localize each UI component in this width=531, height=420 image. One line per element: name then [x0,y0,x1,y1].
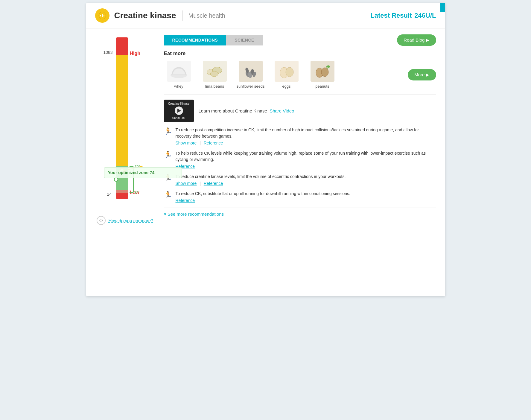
video-desc-text: Learn more about Creatine Kinase [199,108,267,113]
page-container: Creatine kinase Muscle health Latest Res… [86,3,445,296]
svg-point-28 [321,68,328,77]
latest-result: Latest Result 246U/L [370,12,436,19]
food-label-lima: lima beans [205,84,224,89]
tab-recommendations[interactable]: RECOMMENDATIONS [164,35,226,45]
video-title: Creatine Kinase [168,102,189,105]
food-img-lima [203,61,227,82]
rec-reference-4[interactable]: Reference [176,198,195,203]
food-item-sunflower: sunflower seeds [236,61,266,89]
food-item-whey: whey [164,61,194,89]
play-triangle [177,109,181,113]
rec-show-more-3[interactable]: Show more [176,181,197,186]
page-subtitle: Muscle health [188,12,225,19]
eat-more-title: Eat more [164,51,436,57]
rec-links-3: Show more | Reference [176,181,436,186]
svg-rect-3 [104,15,104,16]
food-row: whey lima beans [164,61,436,89]
rec-links-1: Show more | Reference [176,141,436,145]
gauge-low-label: Low [130,190,139,195]
top-bar-left: Creatine kinase Muscle health [95,8,225,23]
gauge-max-value: 1083 [104,50,113,55]
food-img-whey [167,61,191,82]
food-img-eggs [275,61,299,82]
food-item-eggs: eggs [272,61,302,89]
main-content: 1083 24 High Low [86,28,445,231]
video-description: Learn more about Creatine Kinase Share V… [199,108,294,113]
svg-point-26 [286,67,293,77]
food-label-whey: whey [174,84,183,89]
tab-science[interactable]: SCIENCE [226,35,263,45]
gauge-high-label: High [130,51,141,56]
rec-item-4: 🏃 To reduce CK, substitute flat or uphil… [164,191,436,203]
gauge-panel: 1083 24 High Low [95,34,155,225]
rec-content-2: To help reduce CK levels while keeping y… [176,150,436,169]
gauge-bar [116,37,128,211]
food-label-sunflower: sunflower seeds [237,84,265,89]
rec-content-4: To reduce CK, substitute flat or uphill … [176,191,436,203]
scrollbar-indicator[interactable] [440,3,445,12]
compare-icon [96,216,106,225]
rec-text-1: To reduce post-competition increase in C… [176,127,436,139]
compare-text[interactable]: How do you compare? [108,218,153,223]
rec-icon-4: 🏃 [164,191,172,199]
more-button[interactable]: More ▶ [408,69,436,80]
gauge-wrapper: 1083 24 High Low [101,37,149,211]
rec-reference-3[interactable]: Reference [204,181,223,186]
play-button[interactable] [175,106,183,115]
svg-point-24 [245,67,249,73]
rec-text-4: To reduce CK, substitute flat or uphill … [176,191,436,197]
rec-item-2: 🏃 To help reduce CK levels while keeping… [164,150,436,169]
rec-links-2: Reference [176,164,436,169]
video-duration: 00:01:40 [172,116,185,120]
rec-show-more-1[interactable]: Show more [176,141,197,145]
svg-point-19 [210,71,218,77]
rec-item-1: 🏃 To reduce post-competition increase in… [164,127,436,145]
gauge-high-zone [116,37,128,55]
section-divider-1 [164,95,436,95]
svg-point-15 [100,219,102,222]
read-blog-button[interactable]: Read Blog ▶ [397,34,436,46]
rec-content-3: To reduce creatine kinase levels, limit … [176,174,436,186]
top-bar: Creatine kinase Muscle health Latest Res… [86,3,445,28]
food-img-peanuts [311,61,334,82]
rec-links-4: Reference [176,198,436,203]
svg-rect-1 [100,15,101,16]
gauge-yellow-zone [116,55,128,166]
optimized-zone-label: Your optimized zone [108,170,149,175]
compare-link[interactable]: How do you compare? [96,216,153,225]
rec-reference-1[interactable]: Reference [204,141,223,145]
tabs-row: RECOMMENDATIONS SCIENCE Read Blog ▶ [164,34,436,46]
page-title: Creatine kinase [114,11,176,20]
rec-text-3: To reduce creatine kinase levels, limit … [176,174,436,180]
video-row: Creatine Kinase 00:01:40 Learn more abou… [164,100,436,122]
food-item-peanuts: peanuts [308,61,337,89]
food-label-eggs: eggs [282,84,290,89]
right-panel: RECOMMENDATIONS SCIENCE Read Blog ▶ Eat … [164,34,436,225]
food-img-sunflower [239,61,263,82]
rec-content-1: To reduce post-competition increase in C… [176,127,436,145]
latest-label: Latest Result [370,12,412,19]
rec-text-2: To help reduce CK levels while keeping y… [176,150,436,163]
food-items: whey lima beans [164,61,337,89]
logo-icon [95,8,109,23]
optimized-zone-box: Your optimized zone 74 [104,167,182,178]
optimized-zone-value: 74 [150,170,155,175]
food-label-peanuts: peanuts [315,84,329,89]
share-video-link[interactable]: Share Video [270,108,294,113]
see-more-link[interactable]: ▾ See more recommendations [164,211,224,217]
see-more-section: ▾ See more recommendations [164,208,436,217]
rec-icon-2: 🏃 [164,151,172,159]
gauge-min-value: 24 [107,192,112,197]
latest-value: 246U/L [414,12,436,19]
food-item-lima: lima beans [200,61,230,89]
rec-icon-1: 🏃 [164,127,172,135]
tabs: RECOMMENDATIONS SCIENCE [164,35,263,45]
rec-item-3: 🏃 To reduce creatine kinase levels, limi… [164,174,436,186]
video-thumbnail[interactable]: Creatine Kinase 00:01:40 [164,100,194,122]
title-divider [182,10,182,21]
svg-rect-2 [102,14,103,17]
gauge-low-zone [116,190,128,199]
